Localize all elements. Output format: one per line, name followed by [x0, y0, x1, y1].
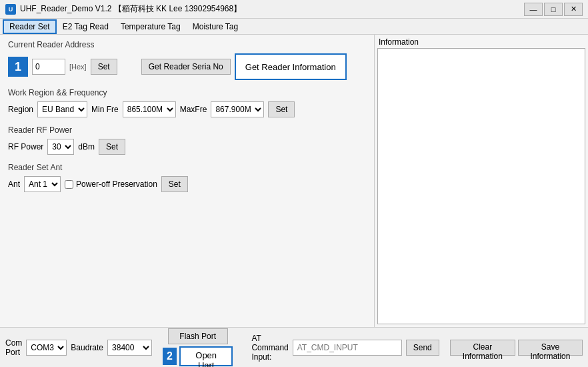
region-select[interactable]: EU Band US Band CN Band — [37, 101, 87, 117]
rf-power-title: Reader RF Power — [8, 125, 366, 135]
ant-label: Ant — [8, 179, 20, 189]
menu-reader-set[interactable]: Reader Set — [3, 19, 57, 34]
badge-1: 1 — [8, 57, 28, 77]
hex-label: [Hex] — [69, 63, 87, 71]
maximize-button[interactable]: □ — [544, 3, 563, 16]
current-address-title: Current Reader Address — [8, 40, 366, 49]
region-label: Region — [8, 105, 33, 114]
poweroff-checkbox-label[interactable]: Power-off Preservation — [65, 179, 157, 189]
ant-row: Ant Ant 1 Ant 2 Ant 3 Ant 4 Power-off Pr… — [8, 176, 366, 192]
menu-e2-tag-read[interactable]: E2 Tag Read — [57, 20, 115, 33]
work-region-section: Work Region && Frequency Region EU Band … — [8, 88, 366, 117]
flash-open-group: Flash Port 2 Open Uart — [163, 328, 233, 366]
right-panel: Information — [375, 35, 588, 327]
at-cmd-label: AT Command Input: — [251, 334, 288, 362]
get-info-button[interactable]: Get Reader Information — [235, 53, 347, 80]
badge-2: 2 — [163, 348, 177, 365]
rf-power-select[interactable]: 30 27 20 10 — [47, 139, 74, 155]
min-fre-select[interactable]: 865.100M 865.700M — [123, 101, 176, 117]
rf-power-row: RF Power 30 27 20 10 dBm Set — [8, 139, 366, 155]
close-button[interactable]: ✕ — [564, 3, 583, 16]
rf-power-section: Reader RF Power RF Power 30 27 20 10 dBm… — [8, 125, 366, 155]
address-set-button[interactable]: Set — [91, 59, 117, 75]
at-command-area: AT Command Input: Send — [251, 334, 439, 362]
window-title: UHF_Reader_Demo V1.2 【稻荷科技 KK Lee 139029… — [20, 3, 524, 15]
baudrate-label: Baudrate — [71, 343, 103, 352]
app-icon: U — [5, 4, 16, 15]
current-address-row: 1 [Hex] Set Get Reader Seria No Get Read… — [8, 53, 366, 80]
flash-port-button[interactable]: Flash Port — [168, 328, 228, 344]
get-serial-button[interactable]: Get Reader Seria No — [141, 59, 231, 75]
region-set-button[interactable]: Set — [268, 101, 295, 117]
rf-label: RF Power — [8, 142, 43, 151]
bottom-left: Com Port COM3 COM4 COM5 Baudrate 38400 9… — [5, 338, 152, 357]
info-actions: Clear Information Save Information — [450, 340, 583, 356]
min-fre-label: Min Fre — [91, 105, 119, 114]
clear-information-button[interactable]: Clear Information — [450, 340, 515, 356]
dbm-label: dBm — [78, 142, 95, 151]
menu-bar: Reader Set E2 Tag Read Temperature Tag M… — [0, 19, 588, 35]
open-uart-button[interactable]: Open Uart — [179, 346, 233, 366]
minimize-button[interactable]: — — [524, 3, 543, 16]
poweroff-checkbox[interactable] — [65, 180, 73, 189]
menu-temperature-tag[interactable]: Temperature Tag — [115, 20, 187, 33]
baudrate-select[interactable]: 38400 9600 115200 — [107, 340, 152, 356]
information-label: Information — [377, 37, 585, 47]
ant-title: Reader Set Ant — [8, 163, 366, 172]
ant-section: Reader Set Ant Ant Ant 1 Ant 2 Ant 3 Ant… — [8, 163, 366, 192]
work-region-row: Region EU Band US Band CN Band Min Fre 8… — [8, 101, 366, 117]
main-area: Current Reader Address 1 [Hex] Set Get R… — [0, 35, 588, 327]
max-fre-select[interactable]: 867.900M 867.300M — [211, 101, 264, 117]
information-textarea[interactable] — [377, 48, 585, 324]
title-bar: U UHF_Reader_Demo V1.2 【稻荷科技 KK Lee 1390… — [0, 0, 588, 19]
ant-set-button[interactable]: Set — [161, 176, 188, 192]
poweroff-label: Power-off Preservation — [76, 179, 157, 189]
send-button[interactable]: Send — [406, 340, 439, 356]
save-information-button[interactable]: Save Information — [518, 340, 583, 356]
left-panel: Current Reader Address 1 [Hex] Set Get R… — [0, 35, 375, 327]
menu-moisture-tag[interactable]: Moisture Tag — [187, 20, 244, 33]
address-input[interactable] — [32, 59, 65, 75]
current-reader-address-section: Current Reader Address 1 [Hex] Set Get R… — [8, 40, 366, 80]
ant-select[interactable]: Ant 1 Ant 2 Ant 3 Ant 4 — [24, 176, 61, 192]
bottom-bar: Com Port COM3 COM4 COM5 Baudrate 38400 9… — [0, 327, 588, 367]
max-fre-label: MaxFre — [180, 105, 207, 114]
com-port-select[interactable]: COM3 COM4 COM5 — [26, 340, 67, 356]
rf-set-button[interactable]: Set — [99, 139, 125, 155]
com-port-label: Com Port — [5, 338, 22, 357]
window-controls: — □ ✕ — [524, 3, 583, 16]
work-region-title: Work Region && Frequency — [8, 88, 366, 97]
at-cmd-input[interactable] — [293, 340, 402, 356]
